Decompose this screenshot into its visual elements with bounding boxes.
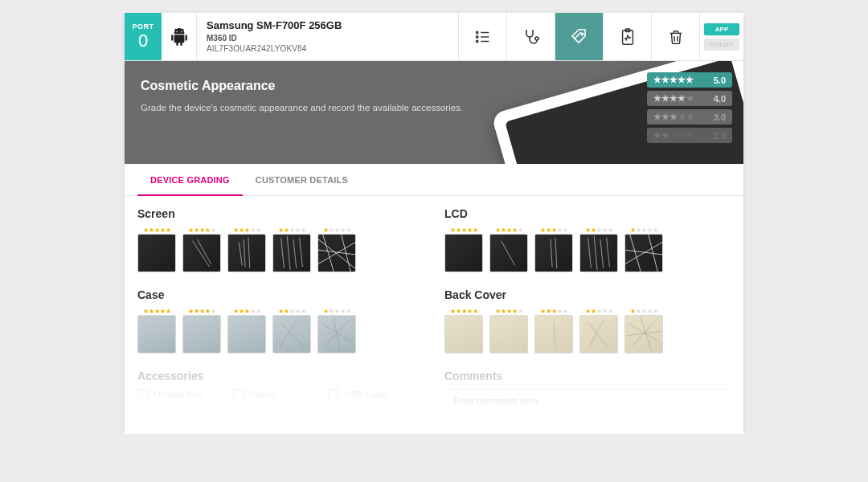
rating-stack: ★★★★★5.0 ★★★★★4.0 ★★★★★3.0 ★★★★★2.0 [647,72,732,143]
svg-line-29 [300,238,303,267]
section-title: Back Cover [444,288,731,301]
svg-line-48 [321,324,352,342]
topbar: PORT 0 Samsung SM-F700F 256GB M360 ID AI… [125,13,743,61]
back-grade-3[interactable] [534,315,573,353]
svg-line-36 [551,239,552,268]
trash-icon[interactable] [652,13,700,60]
back-grade-4[interactable] [489,315,528,353]
svg-line-35 [501,241,514,266]
tab-device-grading[interactable]: DEVICE GRADING [137,164,243,196]
section-lcd: LCD ★★★★★ ★★★★★ ★★★★★ ★★★★★ ★★★★★ [444,207,731,272]
svg-rect-2 [174,35,184,43]
case-grade-2[interactable] [272,315,311,353]
section-title: Accessories [137,370,424,382]
chk-receipt[interactable]: Receipt [233,406,329,418]
svg-line-33 [318,243,355,264]
screen-grade-2[interactable] [272,234,311,272]
svg-line-53 [590,321,604,347]
svg-line-23 [244,239,245,268]
port-label: PORT [132,22,154,31]
report-icon[interactable] [604,13,652,60]
lcd-grade-3[interactable] [534,234,573,272]
svg-line-40 [600,239,604,268]
comments-input[interactable] [444,389,731,413]
device-name: Samsung SM-F700F 256GB [207,19,448,31]
lcd-grade-5[interactable] [444,234,483,272]
chk-original-box[interactable]: Original Box [137,389,233,400]
svg-line-21 [193,241,210,268]
svg-point-9 [476,31,477,33]
tabs: DEVICE GRADING CUSTOMER DETAILS [125,164,743,196]
svg-line-25 [239,243,242,266]
svg-line-57 [627,331,661,336]
lcd-grade-2[interactable] [579,234,618,272]
case-grade-1[interactable] [317,315,356,353]
svg-line-41 [607,238,610,267]
section-case: Case ★★★★★ ★★★★★ ★★★★★ ★★★★★ ★★★★★ [137,288,424,353]
svg-line-37 [555,238,557,268]
svg-rect-4 [185,35,186,40]
svg-line-31 [323,235,334,272]
section-title: LCD [444,207,731,220]
section-title: Screen [137,207,424,220]
tag-icon[interactable] [555,13,604,60]
device-id: AIL7F3OUAR242LYOKV84 [207,44,448,53]
svg-line-43 [630,235,641,272]
case-grade-5[interactable] [137,315,176,353]
case-grade-4[interactable] [182,315,221,353]
rating-3[interactable]: ★★★★★3.0 [647,109,732,125]
svg-line-42 [625,250,662,255]
chk-headset[interactable]: Headset [328,406,424,418]
case-grade-3[interactable] [227,315,266,353]
chk-papers[interactable]: Papers [233,389,329,400]
back-grade-2[interactable] [579,315,618,353]
lcd-grade-1[interactable] [624,234,663,272]
lcd-grade-4[interactable] [489,234,528,272]
section-title: Case [137,288,424,301]
section-back: Back Cover ★★★★★ ★★★★★ ★★★★★ ★★★★★ ★★★★★ [444,288,731,353]
list-icon[interactable] [459,13,507,60]
section-title: Comments [444,370,731,382]
svg-point-10 [476,35,477,37]
app-frame: PORT 0 Samsung SM-F700F 256GB M360 ID AI… [125,13,743,434]
svg-point-11 [476,40,477,42]
screen-grade-5[interactable] [137,234,176,272]
port-number: 0 [138,31,148,51]
screen-grade-1[interactable] [317,234,356,272]
tab-customer-details[interactable]: CUSTOMER DETAILS [243,164,361,195]
section-comments: Comments [444,370,731,418]
hero-desc: Grade the device's cosmetic appearance a… [141,101,478,115]
svg-line-51 [554,322,555,347]
app-chip[interactable]: APP [704,23,739,35]
back-grade-5[interactable] [444,315,483,353]
mode-chips: APP UTILITY [700,13,743,60]
rating-2[interactable]: ★★★★★2.0 [647,128,732,143]
svg-line-27 [287,236,290,270]
screen-grade-4[interactable] [182,234,221,272]
content: Screen ★★★★★ ★★★★★ ★★★★★ ★★★★★ ★★★★★ LCD… [125,196,743,434]
port-badge: PORT 0 [125,13,162,60]
device-info: Samsung SM-F700F 256GB M360 ID AIL7F3OUA… [197,13,459,60]
rating-5[interactable]: ★★★★★5.0 [647,72,732,88]
screen-grade-3[interactable] [227,234,266,272]
svg-line-24 [248,238,250,268]
utility-chip[interactable]: UTILITY [704,39,739,51]
svg-point-16 [581,33,583,35]
section-screen: Screen ★★★★★ ★★★★★ ★★★★★ ★★★★★ ★★★★★ [137,207,424,272]
android-icon [162,13,197,60]
svg-line-45 [625,243,662,264]
diagnostics-icon[interactable] [507,13,555,60]
chk-charger[interactable]: Charger [137,406,233,418]
svg-rect-5 [176,42,178,46]
svg-line-56 [641,317,651,351]
svg-line-26 [281,238,285,268]
svg-point-8 [180,31,182,32]
svg-point-15 [535,37,538,40]
back-grade-1[interactable] [624,315,663,353]
svg-line-28 [293,239,297,268]
section-accessories: Accessories Original Box Papers USB Cabl… [137,370,424,418]
svg-line-39 [594,236,597,270]
rating-4[interactable]: ★★★★★4.0 [647,91,732,106]
svg-line-38 [588,238,592,268]
chk-usb-cable[interactable]: USB Cable [328,389,424,400]
